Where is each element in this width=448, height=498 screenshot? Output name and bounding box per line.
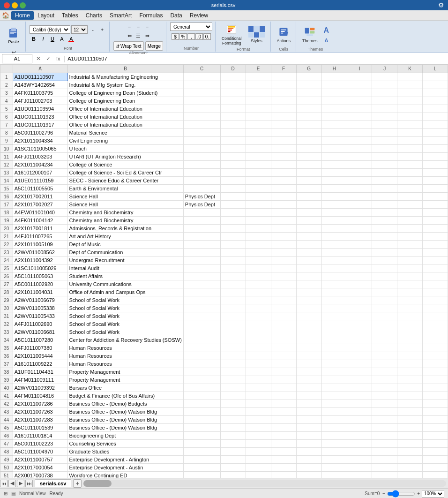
cell-G-17[interactable] — [296, 201, 321, 209]
cell-G-32[interactable] — [296, 320, 321, 328]
cell-c-27[interactable] — [183, 280, 220, 288]
cell-G-11[interactable] — [296, 153, 321, 161]
cell-G-14[interactable] — [296, 177, 321, 185]
cell-a-32[interactable]: A4FJ011002690 — [13, 320, 67, 328]
cell-H-39[interactable] — [321, 376, 347, 384]
horizontal-scroll-thumb[interactable] — [83, 480, 112, 487]
cell-D-31[interactable] — [220, 312, 246, 320]
cell-L-28[interactable] — [423, 288, 448, 296]
cell-c-41[interactable] — [183, 392, 220, 400]
cell-H-10[interactable] — [321, 145, 347, 153]
cell-I-50[interactable] — [347, 464, 372, 472]
font-color-button[interactable]: A — [67, 35, 75, 43]
cell-E-32[interactable] — [246, 320, 271, 328]
horizontal-scrollbar[interactable] — [83, 480, 446, 487]
cell-E-21[interactable] — [246, 233, 271, 241]
cell-I-42[interactable] — [347, 400, 372, 408]
cell-I-18[interactable] — [347, 209, 372, 217]
cell-H-30[interactable] — [321, 304, 347, 312]
cell-F-29[interactable] — [271, 296, 296, 304]
cell-K-35[interactable] — [397, 344, 423, 352]
cell-a-18[interactable]: A4EW011001040 — [13, 209, 67, 217]
cell-K-16[interactable] — [397, 193, 423, 201]
cell-c-42[interactable] — [183, 400, 220, 408]
cell-F-16[interactable] — [271, 193, 296, 201]
cell-J-39[interactable] — [372, 376, 397, 384]
cell-D-36[interactable] — [220, 352, 246, 360]
confirm-formula-button[interactable]: ✓ — [44, 54, 52, 63]
cell-b-3[interactable]: College of Engineering Dean (Student) — [67, 89, 183, 97]
cell-a-43[interactable]: A2X1011007263 — [13, 408, 67, 416]
cell-a-24[interactable]: A2X1011004392 — [13, 257, 67, 264]
cell-F-9[interactable] — [271, 137, 296, 145]
cell-L-17[interactable] — [423, 201, 448, 209]
number-format-select[interactable]: General Number Currency Percentage — [170, 23, 212, 31]
cell-H-28[interactable] — [321, 288, 347, 296]
cell-F-41[interactable] — [271, 392, 296, 400]
cell-K-24[interactable] — [397, 257, 423, 264]
first-sheet-button[interactable]: ⏮ — [0, 480, 7, 487]
cell-D-48[interactable] — [220, 448, 246, 456]
cell-b-12[interactable]: College of Science — [67, 161, 183, 169]
cell-a-34[interactable]: A5C1011007280 — [13, 336, 67, 344]
cell-I-12[interactable] — [347, 161, 372, 169]
cell-H-35[interactable] — [321, 344, 347, 352]
cell-F-19[interactable] — [271, 217, 296, 225]
cell-E-30[interactable] — [246, 304, 271, 312]
cell-D-39[interactable] — [220, 376, 246, 384]
last-sheet-button[interactable]: ⏭ — [25, 480, 33, 487]
cell-D-41[interactable] — [220, 392, 246, 400]
cell-E-22[interactable] — [246, 241, 271, 249]
cell-F-22[interactable] — [271, 241, 296, 249]
cell-I-9[interactable] — [347, 137, 372, 145]
cell-F-25[interactable] — [271, 264, 296, 272]
cell-b-16[interactable]: Science Hall — [67, 193, 183, 201]
sheet-tab-serials[interactable]: serials.csv — [35, 479, 71, 487]
cell-L-11[interactable] — [423, 153, 448, 161]
cell-L-22[interactable] — [423, 241, 448, 249]
cell-L-6[interactable] — [423, 113, 448, 121]
cell-G-29[interactable] — [296, 296, 321, 304]
cell-a-8[interactable]: A5C0011002796 — [13, 129, 67, 137]
cell-D-45[interactable] — [220, 424, 246, 432]
cell-H-31[interactable] — [321, 312, 347, 320]
increase-decimal-button[interactable]: .0 — [195, 33, 203, 40]
cell-J-37[interactable] — [372, 360, 397, 368]
cell-K-31[interactable] — [397, 312, 423, 320]
cell-J-7[interactable] — [372, 121, 397, 129]
cell-L-27[interactable] — [423, 280, 448, 288]
decrease-decimal-button[interactable]: 0. — [203, 33, 211, 40]
align-right-button[interactable]: ➡ — [143, 31, 151, 40]
cell-D-27[interactable] — [220, 280, 246, 288]
cell-E-17[interactable] — [246, 201, 271, 209]
cell-F-4[interactable] — [271, 97, 296, 105]
cell-D-13[interactable] — [220, 169, 246, 177]
cell-F-15[interactable] — [271, 185, 296, 193]
increase-font-button[interactable]: A — [322, 25, 331, 36]
cell-a-37[interactable]: A161011009222 — [13, 360, 67, 368]
cell-K-38[interactable] — [397, 368, 423, 376]
align-top-left-button[interactable]: ≡ — [125, 23, 134, 31]
cell-E-16[interactable] — [246, 193, 271, 201]
cell-c-37[interactable] — [183, 360, 220, 368]
cell-F-38[interactable] — [271, 368, 296, 376]
cell-G-31[interactable] — [296, 312, 321, 320]
cell-G-27[interactable] — [296, 280, 321, 288]
cell-E-23[interactable] — [246, 249, 271, 257]
cell-J-29[interactable] — [372, 296, 397, 304]
cell-a-22[interactable]: A2X1011005109 — [13, 241, 67, 249]
cell-H-17[interactable] — [321, 201, 347, 209]
cell-a-21[interactable]: A4FJ011007265 — [13, 233, 67, 241]
cell-L-13[interactable] — [423, 169, 448, 177]
cell-c-34[interactable] — [183, 336, 220, 344]
cell-E-14[interactable] — [246, 177, 271, 185]
cell-c-40[interactable] — [183, 384, 220, 392]
cell-F-27[interactable] — [271, 280, 296, 288]
maximize-button[interactable] — [20, 2, 26, 8]
cell-L-34[interactable] — [423, 336, 448, 344]
cell-c-44[interactable] — [183, 416, 220, 424]
cell-L-47[interactable] — [423, 440, 448, 448]
cell-b-7[interactable]: Office of International Education — [67, 121, 183, 129]
cell-I-2[interactable] — [347, 81, 372, 89]
cell-D-32[interactable] — [220, 320, 246, 328]
